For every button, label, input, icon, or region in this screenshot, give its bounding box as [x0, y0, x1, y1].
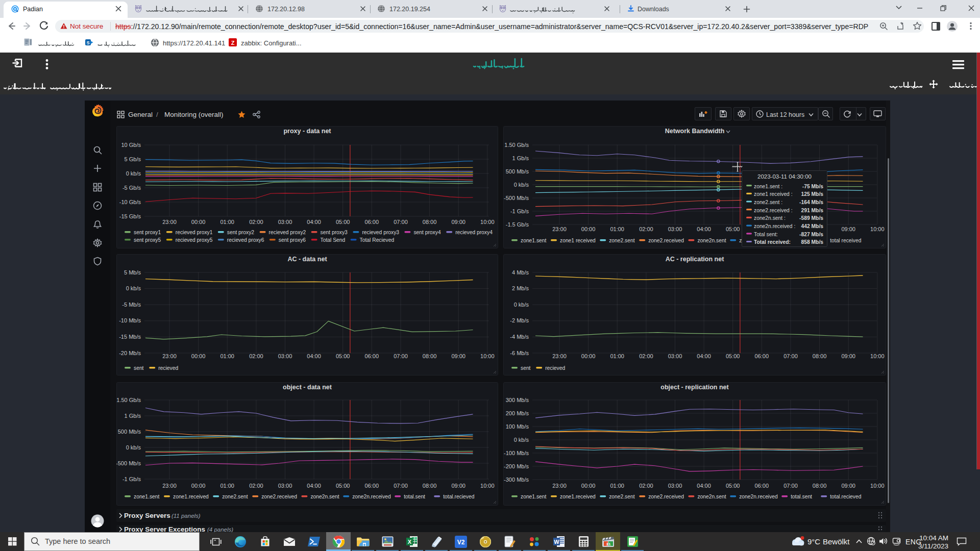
svg-text:07:00: 07:00	[394, 353, 408, 359]
svg-text:-20 Mb/s: -20 Mb/s	[119, 350, 141, 356]
svg-text:object - replication net: object - replication net	[660, 384, 729, 391]
svg-text:recieved proxy3: recieved proxy3	[362, 230, 399, 235]
svg-text:sent proxy2: sent proxy2	[227, 230, 255, 235]
svg-text:09:00: 09:00	[841, 226, 855, 232]
svg-text:2 Mb/s: 2 Mb/s	[512, 285, 529, 291]
svg-text:-15 Mb/s: -15 Mb/s	[119, 334, 141, 340]
svg-text:recieved proxy2: recieved proxy2	[269, 230, 306, 235]
svg-text:object - data net: object - data net	[283, 384, 332, 391]
svg-text:02:00: 02:00	[639, 353, 653, 359]
svg-text:Total sent:: Total sent:	[754, 232, 778, 237]
svg-text:02:00: 02:00	[249, 353, 263, 359]
svg-text:05:00: 05:00	[726, 226, 740, 232]
svg-text:1.50 Gb/s: 1.50 Gb/s	[504, 142, 529, 148]
svg-text:04:00: 04:00	[697, 483, 711, 489]
svg-text:02:00: 02:00	[639, 483, 653, 489]
svg-text:00:00: 00:00	[581, 353, 596, 359]
svg-text:05:00: 05:00	[726, 483, 740, 489]
svg-text:02:00: 02:00	[249, 219, 263, 225]
svg-text:23:00: 23:00	[552, 483, 567, 489]
svg-text:00:00: 00:00	[191, 219, 206, 225]
svg-text:03:00: 03:00	[278, 483, 292, 489]
svg-text:-1 Gb/s: -1 Gb/s	[510, 208, 529, 214]
svg-text:500 Mb/s: 500 Mb/s	[118, 429, 141, 435]
svg-text:Z: Z	[231, 40, 235, 46]
svg-text:sent proxy5: sent proxy5	[134, 237, 161, 243]
svg-text:07:00: 07:00	[783, 483, 798, 489]
svg-text:858 Mb/s: 858 Mb/s	[801, 239, 824, 245]
svg-text:03:00: 03:00	[668, 226, 682, 232]
svg-text:02:00: 02:00	[249, 483, 263, 489]
svg-text:03:00: 03:00	[278, 353, 292, 359]
svg-text:sent proxy3: sent proxy3	[321, 230, 348, 235]
svg-text:zone2.sent: zone2.sent	[222, 494, 248, 499]
svg-text:09:00: 09:00	[451, 219, 465, 225]
svg-text:04:00: 04:00	[307, 483, 321, 489]
svg-text:-164 Mb/s: -164 Mb/s	[799, 199, 823, 205]
svg-text:23:00: 23:00	[552, 353, 567, 359]
svg-text:-75 Mb/s: -75 Mb/s	[802, 184, 823, 189]
svg-text:-6 Mb/s: -6 Mb/s	[510, 350, 529, 356]
svg-text:zone1.received: zone1.received	[560, 494, 596, 499]
svg-text:03:00: 03:00	[668, 353, 682, 359]
svg-text:V2: V2	[457, 539, 465, 546]
svg-text:04:00: 04:00	[697, 353, 711, 359]
svg-text:total received: total received	[830, 238, 862, 243]
svg-text:recieved: recieved	[158, 365, 178, 371]
svg-text:03:00: 03:00	[668, 483, 682, 489]
svg-text:Total received:: Total received:	[754, 239, 791, 245]
svg-text:sent proxy6: sent proxy6	[279, 237, 306, 243]
svg-text:23:00: 23:00	[162, 483, 177, 489]
svg-text:10:00: 10:00	[870, 353, 885, 359]
svg-text:04:00: 04:00	[307, 219, 321, 225]
svg-text:S: S	[86, 40, 89, 45]
svg-text:31: 31	[606, 542, 611, 546]
svg-text:sent proxy1: sent proxy1	[134, 230, 161, 235]
svg-text:5 Mb/s: 5 Mb/s	[124, 269, 141, 276]
svg-text:Network Bandwidth: Network Bandwidth	[665, 128, 725, 135]
svg-text:0 kb/s: 0 kb/s	[514, 437, 529, 443]
svg-text:Total Send: Total Send	[321, 237, 346, 243]
svg-text:zone2n.received :: zone2n.received :	[754, 223, 795, 229]
svg-text:-1 Gb/s: -1 Gb/s	[122, 476, 141, 482]
svg-text:-1.5 Gb/s: -1.5 Gb/s	[506, 221, 529, 228]
svg-text:zone2n.received: zone2n.received	[352, 494, 391, 499]
svg-text:zone2.received: zone2.received	[261, 494, 297, 499]
svg-text:zone1 received: zone1 received	[560, 238, 596, 243]
svg-text:0 kb/s: 0 kb/s	[514, 302, 529, 308]
svg-text:01:00: 01:00	[610, 353, 624, 359]
svg-text:125 Mb/s: 125 Mb/s	[801, 191, 824, 197]
svg-text:04:00: 04:00	[697, 226, 711, 232]
svg-text:proxy - data net: proxy - data net	[283, 128, 331, 135]
svg-text:sent: sent	[134, 365, 144, 371]
svg-text:-10 Gb/s: -10 Gb/s	[119, 199, 141, 205]
svg-text:09:00: 09:00	[841, 483, 855, 489]
svg-text:09:00: 09:00	[451, 353, 465, 359]
svg-text:-200 Mb/s: -200 Mb/s	[504, 463, 529, 469]
svg-text:zone2.sent :: zone2.sent :	[754, 199, 782, 205]
svg-text:06:00: 06:00	[755, 483, 769, 489]
svg-text:100 Mb/s: 100 Mb/s	[506, 423, 529, 430]
svg-text:23:00: 23:00	[552, 226, 567, 232]
svg-text:0 kb/s: 0 kb/s	[126, 444, 141, 450]
svg-text:500 Mb/s: 500 Mb/s	[506, 168, 529, 174]
svg-text:442 Mb/s: 442 Mb/s	[801, 223, 824, 229]
svg-text:zone1.sent: zone1.sent	[134, 494, 160, 499]
svg-text:07:00: 07:00	[783, 353, 798, 359]
svg-text:291 Mb/s: 291 Mb/s	[801, 208, 824, 213]
svg-text:1 Gb/s: 1 Gb/s	[125, 413, 141, 419]
svg-text:09:00: 09:00	[841, 353, 855, 359]
svg-text:-5 Gb/s: -5 Gb/s	[122, 185, 141, 191]
svg-text:zone1.sent :: zone1.sent :	[754, 184, 782, 189]
svg-text:-4 Mb/s: -4 Mb/s	[510, 334, 529, 340]
svg-text:(11 panels): (11 panels)	[172, 513, 201, 519]
svg-text:0 kb/s: 0 kb/s	[514, 182, 529, 188]
svg-text:06:00: 06:00	[365, 483, 379, 489]
svg-text:(4 panels): (4 panels)	[207, 527, 233, 533]
svg-text:02:00: 02:00	[639, 226, 653, 232]
svg-text:-2 Mb/s: -2 Mb/s	[510, 317, 529, 323]
svg-text:09:00: 09:00	[451, 483, 465, 489]
svg-text:03:00: 03:00	[278, 219, 292, 225]
svg-text:Total Recieved: Total Recieved	[360, 237, 395, 243]
svg-text:Proxy Server Exceptions: Proxy Server Exceptions	[124, 525, 205, 532]
